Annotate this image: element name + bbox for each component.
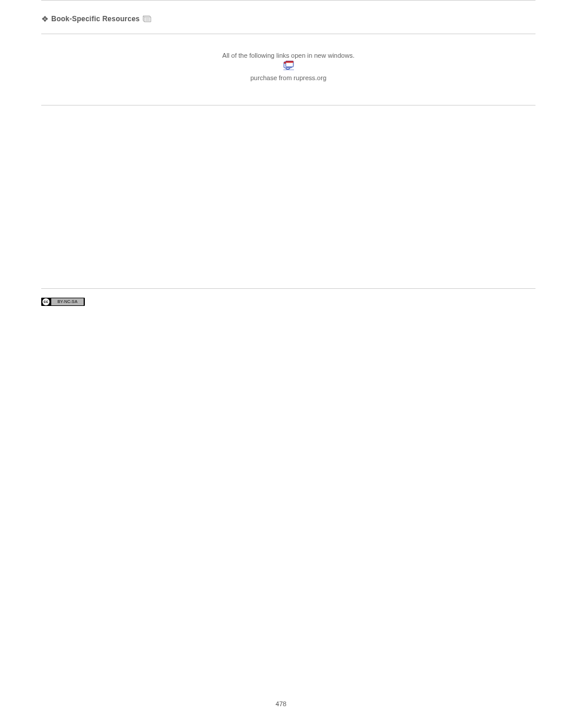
cc-logo-icon: cc <box>42 298 49 305</box>
diamond-bullet-icon: ❖ <box>41 15 49 23</box>
resource-block: All of the following links open in new w… <box>41 34 535 105</box>
external-link-icon[interactable] <box>283 61 294 73</box>
purchase-note: purchase from rupress.org <box>41 74 535 81</box>
cc-license-label: BY-NC-SA <box>51 298 84 305</box>
notes-icon <box>142 15 151 22</box>
page-number: 478 <box>0 700 562 707</box>
new-window-note: All of the following links open in new w… <box>41 52 535 59</box>
svg-rect-6 <box>286 61 293 63</box>
cc-license-badge[interactable]: cc BY-NC-SA <box>41 298 85 306</box>
divider-before-license <box>41 288 535 289</box>
section-title: Book-Specific Resources <box>51 15 140 23</box>
section-header: ❖ Book-Specific Resources <box>41 1 535 34</box>
